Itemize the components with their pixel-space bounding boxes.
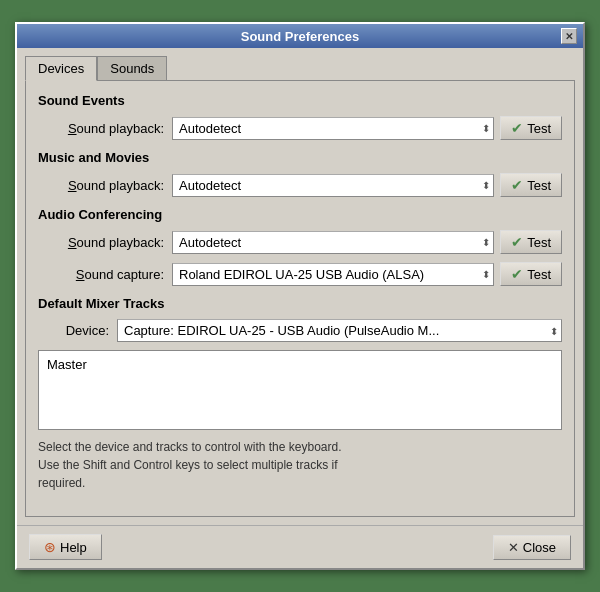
help-button[interactable]: ⊛ Help — [29, 534, 102, 560]
music-movies-playback-select[interactable]: Autodetect — [172, 174, 494, 197]
bottom-bar: ⊛ Help ✕ Close — [17, 525, 583, 568]
sound-events-playback-select-wrapper: Autodetect ⬍ — [172, 117, 494, 140]
check-icon-4: ✔ — [511, 266, 523, 282]
window-close-button[interactable]: ✕ — [561, 28, 577, 44]
close-button[interactable]: ✕ Close — [493, 535, 571, 560]
section-title-music-movies: Music and Movies — [38, 150, 562, 165]
help-icon: ⊛ — [44, 539, 56, 555]
audio-conf-playback-select[interactable]: Autodetect — [172, 231, 494, 254]
check-icon: ✔ — [511, 120, 523, 136]
sound-preferences-window: Sound Preferences ✕ Devices Sounds Sound… — [15, 22, 585, 570]
music-movies-test-button[interactable]: ✔ Test — [500, 173, 562, 197]
mixer-device-select[interactable]: Capture: EDIROL UA-25 - USB Audio (Pulse… — [117, 319, 562, 342]
tab-bar: Devices Sounds — [25, 56, 575, 81]
tab-sounds[interactable]: Sounds — [97, 56, 167, 81]
tracks-list[interactable]: Master — [38, 350, 562, 430]
close-button-icon: ✕ — [508, 540, 519, 555]
audio-conf-capture-test-button[interactable]: ✔ Test — [500, 262, 562, 286]
audio-conf-capture-select[interactable]: Roland EDIROL UA-25 USB Audio (ALSA) — [172, 263, 494, 286]
section-title-audio-conferencing: Audio Conferencing — [38, 207, 562, 222]
audio-conf-playback-test-button[interactable]: ✔ Test — [500, 230, 562, 254]
track-item-master: Master — [43, 355, 557, 374]
title-bar: Sound Preferences ✕ — [17, 24, 583, 48]
audio-conf-playback-label: Sound playback: — [54, 235, 164, 250]
check-icon-2: ✔ — [511, 177, 523, 193]
music-movies-playback-select-wrapper: Autodetect ⬍ — [172, 174, 494, 197]
sound-events-playback-label: Sound playback: — [54, 121, 164, 136]
section-title-sound-events: Sound Events — [38, 93, 562, 108]
audio-conf-capture-select-wrapper: Roland EDIROL UA-25 USB Audio (ALSA) ⬍ — [172, 263, 494, 286]
audio-conf-capture-label: Sound capture: — [54, 267, 164, 282]
tab-devices[interactable]: Devices — [25, 56, 97, 81]
section-title-default-mixer: Default Mixer Tracks — [38, 296, 562, 311]
sound-events-playback-select[interactable]: Autodetect — [172, 117, 494, 140]
window-title: Sound Preferences — [39, 29, 561, 44]
mixer-device-select-wrapper: Capture: EDIROL UA-25 - USB Audio (Pulse… — [117, 319, 562, 342]
audio-conf-playback-row: Sound playback: Autodetect ⬍ ✔ Test — [38, 230, 562, 254]
audio-conf-capture-row: Sound capture: Roland EDIROL UA-25 USB A… — [38, 262, 562, 286]
check-icon-3: ✔ — [511, 234, 523, 250]
mixer-device-row: Device: Capture: EDIROL UA-25 - USB Audi… — [38, 319, 562, 342]
sound-events-test-button[interactable]: ✔ Test — [500, 116, 562, 140]
tab-content-devices: Sound Events Sound playback: Autodetect … — [25, 80, 575, 517]
mixer-help-text: Select the device and tracks to control … — [38, 438, 562, 492]
audio-conf-playback-select-wrapper: Autodetect ⬍ — [172, 231, 494, 254]
music-movies-playback-row: Sound playback: Autodetect ⬍ ✔ Test — [38, 173, 562, 197]
music-movies-playback-label: Sound playback: — [54, 178, 164, 193]
mixer-device-label: Device: — [54, 323, 109, 338]
window-content: Devices Sounds Sound Events Sound playba… — [17, 48, 583, 525]
sound-events-playback-row: Sound playback: Autodetect ⬍ ✔ Test — [38, 116, 562, 140]
